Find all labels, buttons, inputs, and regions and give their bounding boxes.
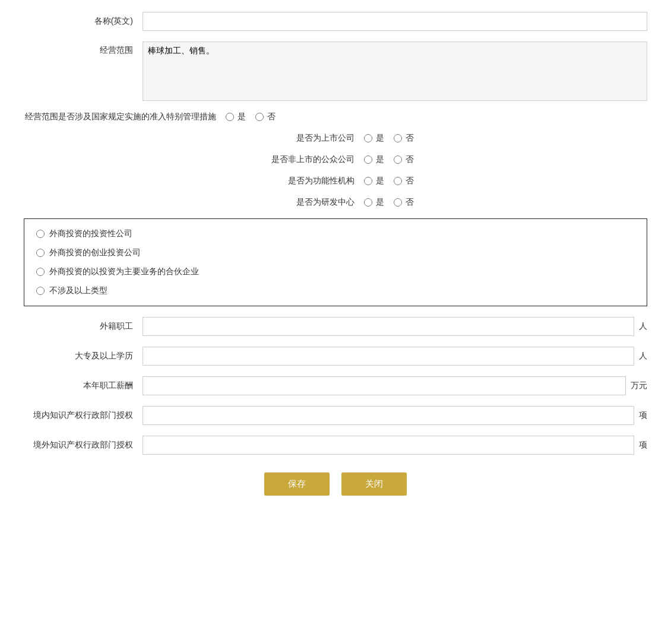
functional-org-yes[interactable]: 是: [364, 176, 384, 186]
close-button[interactable]: 关闭: [341, 472, 407, 496]
public-non-listed-yes[interactable]: 是: [364, 154, 384, 165]
domestic-ip-unit: 项: [639, 410, 647, 421]
fi-type-2-radio[interactable]: [36, 249, 45, 257]
foreign-staff-row: 外籍职工 人: [24, 317, 647, 336]
business-scope-row: 经营范围 棒球加工、销售。: [24, 42, 647, 101]
functional-org-yes-label: 是: [376, 176, 384, 186]
listed-no[interactable]: 否: [394, 133, 414, 144]
college-edu-input[interactable]: [143, 347, 634, 366]
public-non-listed-no-label: 否: [406, 154, 414, 165]
rd-center-row: 是否为研发中心 是 否: [24, 197, 647, 208]
domestic-ip-label: 境内知识产权行政部门授权: [24, 410, 143, 421]
functional-org-no[interactable]: 否: [394, 176, 414, 186]
listed-no-label: 否: [406, 133, 414, 144]
special-mgmt-label: 经营范围是否涉及国家规定实施的准入特别管理措施: [24, 112, 226, 122]
fi-type-3-label: 外商投资的以投资为主要业务的合伙企业: [49, 267, 199, 277]
fi-type-2-label: 外商投资的创业投资公司: [49, 248, 141, 258]
public-non-listed-label: 是否非上市的公众公司: [257, 154, 364, 165]
foreign-investment-section: 外商投资的投资性公司 外商投资的创业投资公司 外商投资的以投资为主要业务的合伙企…: [24, 218, 647, 306]
domestic-ip-input[interactable]: [143, 406, 634, 425]
annual-salary-label: 本年职工薪酬: [24, 380, 143, 391]
name-en-label: 各称(英文): [24, 16, 143, 27]
rd-center-yes-label: 是: [376, 197, 384, 208]
public-non-listed-yes-label: 是: [376, 154, 384, 165]
annual-salary-row: 本年职工薪酬 万元: [24, 376, 647, 395]
functional-org-radio-group: 是 否: [364, 176, 414, 186]
special-mgmt-no-label: 否: [267, 112, 276, 122]
college-edu-row: 大专及以上学历 人: [24, 347, 647, 366]
functional-org-row: 是否为功能性机构 是 否: [24, 176, 647, 186]
overseas-ip-input[interactable]: [143, 436, 634, 455]
overseas-ip-unit: 项: [639, 440, 647, 451]
name-en-input[interactable]: [143, 12, 647, 31]
listed-yes[interactable]: 是: [364, 133, 384, 144]
functional-org-label: 是否为功能性机构: [257, 176, 364, 186]
foreign-staff-unit: 人: [639, 321, 647, 332]
foreign-staff-label: 外籍职工: [24, 321, 143, 332]
special-mgmt-no[interactable]: 否: [255, 112, 276, 122]
fi-type-1-label: 外商投资的投资性公司: [49, 229, 132, 239]
fi-type-1-radio[interactable]: [36, 230, 45, 238]
college-edu-unit: 人: [639, 351, 647, 361]
business-scope-textarea[interactable]: 棒球加工、销售。: [143, 42, 647, 101]
overseas-ip-row: 境外知识产权行政部门授权 项: [24, 436, 647, 455]
public-non-listed-radio-group: 是 否: [364, 154, 414, 165]
listed-yes-label: 是: [376, 133, 384, 144]
public-non-listed-no[interactable]: 否: [394, 154, 414, 165]
rd-center-no-label: 否: [406, 197, 414, 208]
rd-center-radio-group: 是 否: [364, 197, 414, 208]
special-mgmt-yes[interactable]: 是: [226, 112, 246, 122]
listed-row: 是否为上市公司 是 否: [24, 133, 647, 144]
rd-center-label: 是否为研发中心: [257, 197, 364, 208]
fi-type-3-row: 外商投资的以投资为主要业务的合伙企业: [36, 267, 635, 277]
functional-org-no-label: 否: [406, 176, 414, 186]
fi-type-2-row: 外商投资的创业投资公司: [36, 248, 635, 258]
name-en-row: 各称(英文): [24, 12, 647, 31]
form-container: 各称(英文) 经营范围 棒球加工、销售。 经营范围是否涉及国家规定实施的准入特别…: [24, 12, 647, 496]
public-non-listed-row: 是否非上市的公众公司 是 否: [24, 154, 647, 165]
annual-salary-unit: 万元: [631, 380, 647, 391]
fi-type-3-radio[interactable]: [36, 268, 45, 276]
listed-radio-group: 是 否: [364, 133, 414, 144]
annual-salary-input[interactable]: [143, 376, 626, 395]
domestic-ip-row: 境内知识产权行政部门授权 项: [24, 406, 647, 425]
special-mgmt-radio-group: 是 否: [226, 112, 276, 122]
rd-center-yes[interactable]: 是: [364, 197, 384, 208]
rd-center-no[interactable]: 否: [394, 197, 414, 208]
fi-type-4-radio[interactable]: [36, 287, 45, 295]
special-mgmt-row: 经营范围是否涉及国家规定实施的准入特别管理措施 是 否: [24, 112, 647, 122]
button-row: 保存 关闭: [24, 472, 647, 496]
fi-type-1-row: 外商投资的投资性公司: [36, 229, 635, 239]
listed-label: 是否为上市公司: [257, 133, 364, 144]
overseas-ip-label: 境外知识产权行政部门授权: [24, 440, 143, 451]
business-scope-label: 经营范围: [24, 42, 143, 56]
fi-type-4-row: 不涉及以上类型: [36, 285, 635, 296]
special-mgmt-yes-label: 是: [238, 112, 246, 122]
foreign-staff-input[interactable]: [143, 317, 634, 336]
college-edu-label: 大专及以上学历: [24, 351, 143, 361]
save-button[interactable]: 保存: [264, 472, 330, 496]
fi-type-4-label: 不涉及以上类型: [49, 285, 107, 296]
